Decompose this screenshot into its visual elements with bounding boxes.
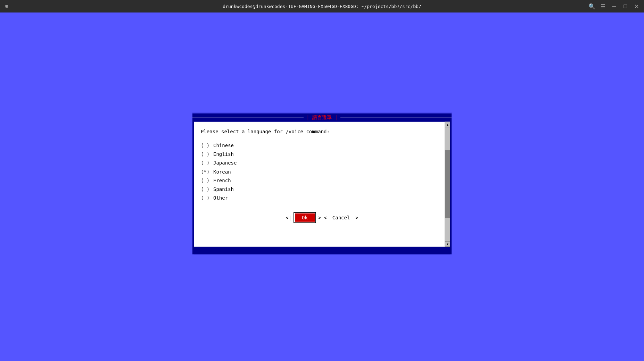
ok-button[interactable]: Ok: [294, 213, 315, 223]
radio-label-other: Other: [213, 194, 228, 202]
ok-prefix: <|: [286, 215, 291, 220]
radio-indicator-english: ( ): [201, 150, 213, 159]
scroll-track: [445, 127, 450, 241]
menu-button[interactable]: ☰: [598, 1, 608, 11]
ok-suffix: >: [318, 215, 321, 220]
cancel-button[interactable]: Cancel: [330, 213, 353, 222]
terminal-icon: ⊞: [3, 3, 10, 10]
title-line-right: [340, 117, 452, 118]
radio-label-english: English: [213, 150, 234, 159]
terminal-body: | 語言選單 | ▲ ▼ Please select a language fo…: [0, 12, 644, 361]
dialog-title: | 語言選單 |: [304, 115, 340, 121]
title-line-left: [192, 117, 304, 118]
radio-label-japanese: Japanese: [213, 159, 237, 167]
window-controls: 🔍 ☰ ─ □ ✕: [587, 1, 641, 11]
radio-indicator-korean: (*): [201, 167, 213, 176]
title-bar-left: ⊞: [3, 3, 10, 10]
list-item[interactable]: ( ) French: [201, 176, 443, 185]
list-item[interactable]: (*) Korean: [201, 167, 443, 176]
list-item[interactable]: ( ) Japanese: [201, 159, 443, 167]
radio-indicator-chinese: ( ): [201, 141, 213, 150]
radio-label-korean: Korean: [213, 167, 231, 176]
radio-indicator-spanish: ( ): [201, 185, 213, 194]
radio-indicator-french: ( ): [201, 176, 213, 185]
dialog-buttons: <| Ok > < Cancel >: [202, 209, 442, 228]
dialog-bottom-bar: [194, 248, 450, 254]
dialog-content: ▲ ▼ Please select a language for /voice …: [194, 122, 450, 247]
radio-indicator-japanese: ( ): [201, 159, 213, 167]
radio-label-chinese: Chinese: [213, 141, 234, 150]
language-dialog: | 語言選單 | ▲ ▼ Please select a language fo…: [192, 113, 452, 255]
list-item[interactable]: ( ) Chinese: [201, 141, 443, 150]
dialog-prompt: Please select a language for /voice comm…: [201, 129, 443, 134]
minimize-button[interactable]: ─: [609, 1, 619, 11]
window-title: drunkwcodes@drunkwcodes-TUF-GAMING-FX504…: [223, 4, 421, 9]
scroll-down-arrow[interactable]: ▼: [445, 241, 450, 247]
scroll-thumb: [445, 150, 450, 218]
close-button[interactable]: ✕: [631, 1, 641, 11]
scroll-up-arrow[interactable]: ▲: [445, 122, 450, 127]
radio-label-french: French: [213, 176, 231, 185]
radio-indicator-other: ( ): [201, 194, 213, 202]
cancel-suffix: >: [355, 215, 358, 220]
language-list: ( ) Chinese ( ) English ( ) Japanese (*)…: [201, 141, 443, 202]
title-bar: ⊞ drunkwcodes@drunkwcodes-TUF-GAMING-FX5…: [0, 0, 644, 12]
list-item[interactable]: ( ) Spanish: [201, 185, 443, 194]
cancel-prefix: <: [324, 215, 327, 220]
list-item[interactable]: ( ) English: [201, 150, 443, 159]
dialog-title-row: | 語言選單 |: [192, 114, 452, 122]
radio-label-spanish: Spanish: [213, 185, 234, 194]
search-button[interactable]: 🔍: [587, 1, 597, 11]
maximize-button[interactable]: □: [620, 1, 630, 11]
list-item[interactable]: ( ) Other: [201, 194, 443, 202]
scrollbar[interactable]: ▲ ▼: [445, 122, 450, 247]
